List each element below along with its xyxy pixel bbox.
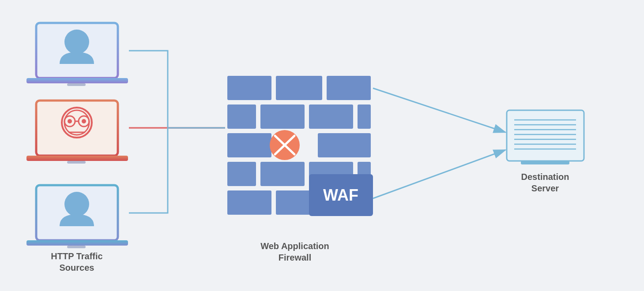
top-laptop-base (26, 78, 128, 83)
main-diagram-svg: WAF HTTP Traffic Sources Web Application… (0, 0, 644, 291)
mid-attacker-left-pupil (68, 119, 72, 123)
top-laptop-line (129, 51, 225, 128)
mid-laptop-screen (36, 101, 118, 156)
waf-text-label: WAF (323, 186, 358, 204)
mid-laptop-stand (67, 161, 86, 164)
http-traffic-label-line2: Sources (60, 263, 94, 272)
bot-laptop-line (129, 128, 225, 213)
brick-r2-c1 (227, 104, 256, 129)
server-box (507, 110, 584, 161)
mid-laptop-base (26, 156, 128, 161)
brick-r3-c1 (227, 133, 271, 157)
brick-r1-c2 (276, 76, 322, 100)
brick-r1-c3 (327, 76, 371, 100)
destination-label-line1: Destination (521, 172, 569, 182)
mid-attacker-right-pupil (82, 119, 86, 123)
brick-r3-c3 (318, 133, 371, 157)
http-traffic-label-line1: HTTP Traffic (51, 251, 102, 261)
destination-label-line2: Server (531, 183, 559, 193)
brick-r2-c4 (358, 104, 371, 129)
brick-r2-c3 (309, 104, 353, 129)
waf-to-server-top (373, 88, 505, 132)
top-laptop-stand (67, 83, 86, 86)
brick-r1-c1 (227, 76, 271, 100)
bot-laptop-stand (67, 246, 86, 248)
waf-to-server-bottom (373, 150, 505, 198)
brick-r4-c1 (227, 162, 256, 186)
diagram-container: WAF HTTP Traffic Sources Web Application… (0, 0, 644, 291)
bot-laptop-base (26, 240, 128, 246)
brick-r2-c2 (260, 104, 305, 129)
server-stand (521, 161, 569, 164)
waf-label-line2: Firewall (279, 253, 311, 262)
waf-label-line1: Web Application (260, 241, 329, 251)
bot-user-head (64, 192, 89, 216)
brick-r4-c2 (260, 162, 305, 186)
brick-r5-c1 (227, 190, 271, 215)
top-user-head (64, 30, 89, 54)
